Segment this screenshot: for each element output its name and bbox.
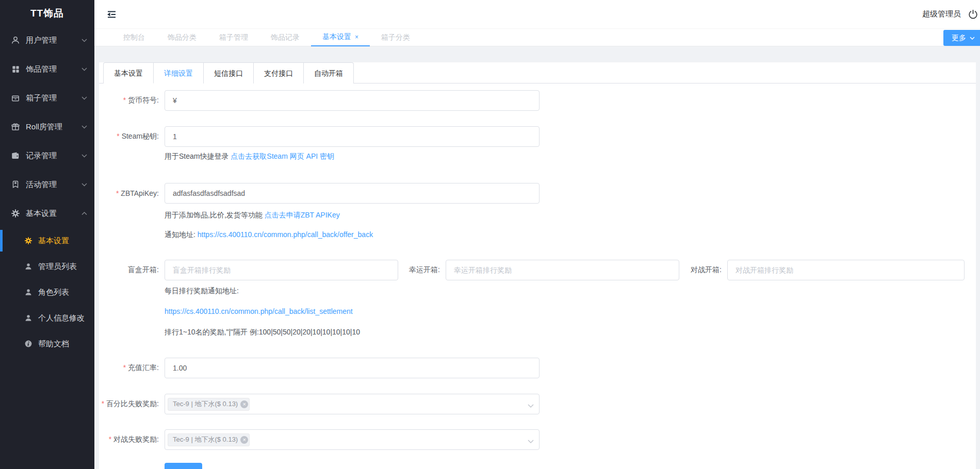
sidebar-subitem-admin-list[interactable]: 管理员列表 [0, 254, 94, 279]
battle-fail-reward-select[interactable]: Tec-9 | 地下水($ 0.13) × [165, 429, 540, 450]
chevron-down-icon [81, 125, 87, 129]
user-icon [11, 36, 20, 45]
sidebar-item-label: 活动管理 [26, 180, 57, 190]
chevron-down-icon [81, 183, 87, 187]
grid-icon [11, 64, 20, 74]
submit-button[interactable] [165, 463, 202, 469]
tab-payment-api[interactable]: 支付接口 [253, 62, 303, 83]
chevron-down-icon [528, 401, 534, 410]
chevron-down-icon [81, 154, 87, 158]
nav-tab-dashboard[interactable]: 控制台 [112, 29, 156, 46]
sidebar-item-label: Roll房管理 [26, 122, 62, 132]
offer-callback-url[interactable]: https://cs.400110.cn/common.php/call_bac… [198, 230, 373, 239]
chevron-down-icon [970, 37, 975, 40]
tab-close-icon[interactable]: × [355, 34, 358, 40]
tab-sms-api[interactable]: 短信接口 [203, 62, 253, 83]
main-content: 基本设置 详细设置 短信接口 支付接口 自动开箱 *货币符号: *Steam秘钥… [94, 47, 980, 469]
daily-rank-note: 每日排行奖励通知地址: [165, 286, 976, 296]
tag-remove-icon[interactable]: × [240, 436, 248, 444]
sidebar-item-activity-management[interactable]: 活动管理 [0, 170, 94, 199]
selected-item-tag: Tec-9 | 地下水($ 0.13) × [168, 398, 250, 411]
person-icon [24, 314, 32, 322]
daily-rank-url-row: https://cs.400110.cn/common.php/call_bac… [165, 306, 976, 316]
chevron-up-icon [81, 212, 87, 215]
sidebar-item-roll-room[interactable]: Roll房管理 [0, 112, 94, 141]
tag-icon [11, 180, 20, 189]
gear-icon [11, 209, 20, 218]
sidebar-item-label: 饰品管理 [26, 64, 57, 74]
blindbox-label: 盲盒开箱: [99, 265, 165, 275]
tab-auto-open-case[interactable]: 自动开箱 [303, 62, 354, 83]
nav-tab-item-category[interactable]: 饰品分类 [156, 29, 208, 46]
nav-tab-case-management[interactable]: 箱子管理 [208, 29, 259, 46]
sidebar-item-item-management[interactable]: 饰品管理 [0, 55, 94, 83]
app-window: TT饰品 用户管理 饰品管理 箱子管理 Roll [0, 0, 980, 469]
steam-key-label: *Steam秘钥: [99, 132, 165, 141]
sidebar-subitem-label: 个人信息修改 [38, 313, 85, 323]
zbt-apikey-input[interactable] [165, 183, 540, 204]
zbt-apikey-help: 用于添加饰品,比价,发货等功能 点击去申请ZBT APIKey [165, 210, 976, 220]
chevron-down-icon [81, 68, 87, 71]
sidebar-item-label: 箱子管理 [26, 93, 57, 103]
sidebar-subitem-role-list[interactable]: 角色列表 [0, 279, 94, 305]
logout-power-icon[interactable] [968, 9, 978, 20]
chevron-down-icon [528, 437, 534, 446]
recharge-rate-input[interactable] [165, 358, 540, 378]
tab-basic-settings[interactable]: 基本设置 [103, 62, 153, 83]
battle-fail-reward-label: *对战失败奖励: [99, 435, 165, 444]
gift-icon [11, 122, 20, 131]
wallet-icon [11, 151, 20, 160]
sidebar-item-user-management[interactable]: 用户管理 [0, 26, 94, 55]
luckybox-reward-input[interactable] [446, 260, 679, 280]
steam-key-input[interactable] [165, 126, 540, 147]
top-header: 超级管理员 [94, 0, 980, 29]
chevron-down-icon [81, 39, 87, 42]
recharge-rate-label: *充值汇率: [99, 363, 165, 373]
selected-item-tag: Tec-9 | 地下水($ 0.13) × [168, 433, 250, 446]
blindbox-reward-input[interactable] [165, 260, 398, 280]
sidebar-subitem-label: 帮助文档 [38, 339, 69, 349]
sidebar-subitem-label: 管理员列表 [38, 262, 77, 272]
list-settlement-url[interactable]: https://cs.400110.cn/common.php/call_bac… [165, 307, 353, 315]
sidebar-subitem-profile-edit[interactable]: 个人信息修改 [0, 305, 94, 331]
luckybox-label: 幸运开箱: [398, 265, 446, 275]
app-logo: TT饰品 [0, 0, 94, 26]
percent-fail-reward-label: *百分比失败奖励: [99, 399, 165, 409]
battlebox-reward-input[interactable] [727, 260, 965, 280]
zbt-apply-link[interactable]: 点击去申请ZBT APIKey [265, 211, 340, 219]
sidebar-item-basic-settings[interactable]: 基本设置 [0, 199, 94, 228]
sidebar: TT饰品 用户管理 饰品管理 箱子管理 Roll [0, 0, 94, 469]
tab-detail-settings[interactable]: 详细设置 [153, 62, 203, 83]
steam-api-link[interactable]: 点击去获取Steam 网页 API 密钥 [231, 152, 334, 160]
nav-tabstrip: 控制台 饰品分类 箱子管理 饰品记录 基本设置 × 箱子分类 更多 [94, 29, 980, 46]
percent-fail-reward-select[interactable]: Tec-9 | 地下水($ 0.13) × [165, 394, 540, 414]
gear-icon [24, 237, 32, 245]
person-icon [24, 262, 32, 271]
box-icon [11, 93, 20, 103]
nav-tab-case-category[interactable]: 箱子分类 [370, 29, 421, 46]
chevron-down-icon [81, 96, 87, 100]
currency-symbol-input[interactable] [165, 90, 540, 111]
tag-remove-icon[interactable]: × [240, 400, 248, 408]
nav-tab-item-records[interactable]: 饰品记录 [259, 29, 311, 46]
rank-reward-note: 排行1~10名的奖励,"|"隔开 例:100|50|50|20|20|10|10… [165, 327, 976, 337]
sidebar-item-label: 记录管理 [26, 151, 57, 161]
steam-key-help: 用于Steam快捷登录 点击去获取Steam 网页 API 密钥 [165, 151, 976, 161]
currency-symbol-label: *货币符号: [99, 96, 165, 105]
more-button[interactable]: 更多 [943, 30, 980, 46]
sidebar-item-label: 用户管理 [26, 36, 57, 45]
sidebar-subitem-label: 角色列表 [38, 288, 69, 297]
current-user-name[interactable]: 超级管理员 [922, 9, 961, 19]
sidebar-item-case-management[interactable]: 箱子管理 [0, 83, 94, 112]
zbt-notify-help: 通知地址: https://cs.400110.cn/common.php/ca… [165, 229, 976, 240]
sidebar-collapse-icon[interactable] [106, 9, 117, 20]
sidebar-item-label: 基本设置 [26, 209, 57, 219]
sidebar-subitem-basic-settings[interactable]: 基本设置 [0, 228, 94, 254]
nav-tab-basic-settings[interactable]: 基本设置 × [311, 29, 370, 46]
settings-tabbar: 基本设置 详细设置 短信接口 支付接口 自动开箱 [99, 62, 976, 83]
person-icon [24, 288, 32, 296]
sidebar-subitem-help-docs[interactable]: 帮助文档 [0, 331, 94, 357]
sidebar-subitem-label: 基本设置 [38, 236, 69, 246]
sidebar-item-record-management[interactable]: 记录管理 [0, 141, 94, 170]
settings-card: 基本设置 详细设置 短信接口 支付接口 自动开箱 *货币符号: *Steam秘钥… [99, 62, 976, 469]
